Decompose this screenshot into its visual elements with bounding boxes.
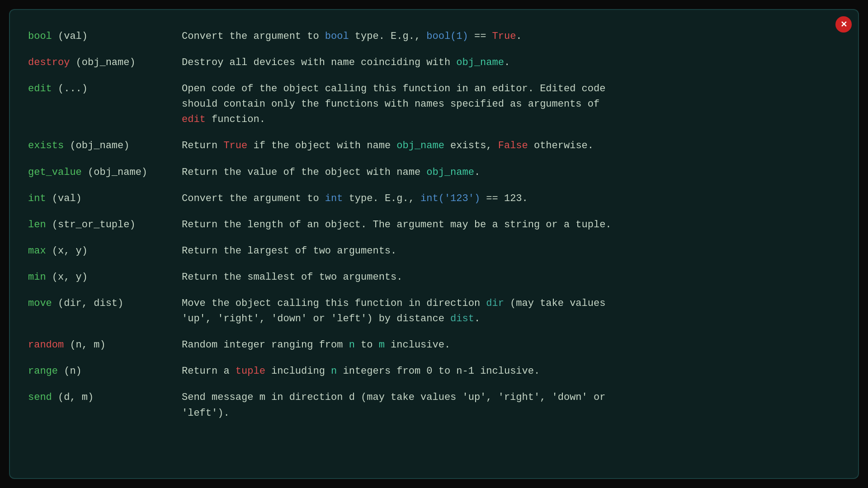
func-desc-destroy: Destroy all devices with name coinciding… xyxy=(173,50,840,76)
func-sig-random: random (n, m) xyxy=(28,332,173,358)
functions-table: bool (val)Convert the argument to bool t… xyxy=(28,23,840,427)
func-desc-random: Random integer ranging from n to m inclu… xyxy=(173,332,840,358)
func-sig-destroy: destroy (obj_name) xyxy=(28,50,173,75)
func-desc-bool: Convert the argument to bool type. E.g.,… xyxy=(173,23,840,50)
func-sig-len: len (str_or_tuple) xyxy=(28,212,173,238)
func-sig-range: range (n) xyxy=(28,358,173,384)
func-sig-exists: exists (obj_name) xyxy=(28,133,173,159)
func-sig-get_value: get_value (obj_name) xyxy=(28,160,173,185)
func-desc-int: Convert the argument to int type. E.g., … xyxy=(173,186,840,212)
func-desc-min: Return the smallest of two arguments. xyxy=(173,264,840,291)
func-desc-get_value: Return the value of the object with name… xyxy=(173,160,840,186)
func-desc-len: Return the length of an object. The argu… xyxy=(173,212,840,238)
help-dialog: bool (val)Convert the argument to bool t… xyxy=(9,9,859,479)
func-sig-int: int (val) xyxy=(28,186,173,211)
func-sig-move: move (dir, dist) xyxy=(28,291,173,316)
func-sig-edit: edit (...) xyxy=(28,76,173,102)
func-desc-move: Move the object calling this function in… xyxy=(173,291,840,332)
func-desc-range: Return a tuple including n integers from… xyxy=(173,358,840,385)
func-desc-exists: Return True if the object with name obj_… xyxy=(173,133,840,159)
func-desc-max: Return the largest of two arguments. xyxy=(173,238,840,264)
func-desc-edit: Open code of the object calling this fun… xyxy=(173,76,840,133)
func-sig-send: send (d, m) xyxy=(28,385,173,410)
func-sig-max: max (x, y) xyxy=(28,238,173,264)
func-sig-min: min (x, y) xyxy=(28,264,173,290)
func-desc-send: Send message m in direction d (may take … xyxy=(173,385,840,426)
func-sig-bool: bool (val) xyxy=(28,23,173,49)
close-button[interactable] xyxy=(835,16,852,33)
